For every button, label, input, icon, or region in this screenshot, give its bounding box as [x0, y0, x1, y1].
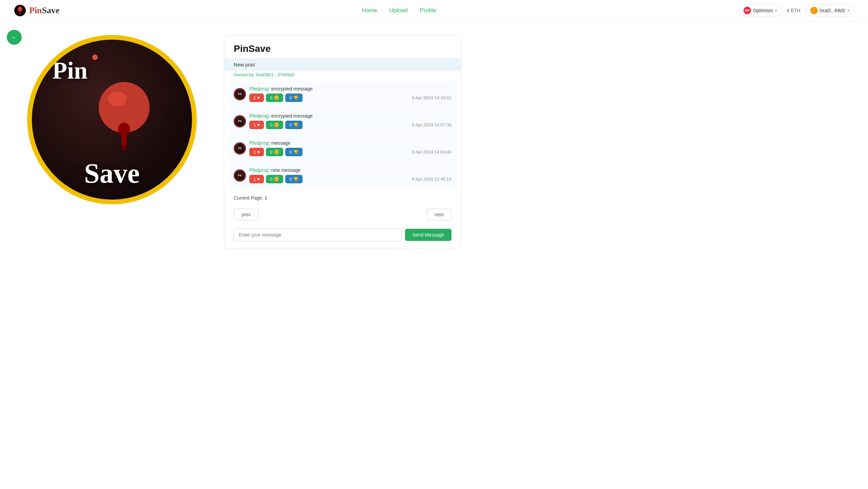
message-actions: 1 ♥ 0 😊 0 👎 9 Apr 2024 14:07:30: [249, 121, 451, 129]
message-timestamp: 9 Apr 2024 14:10:01: [412, 95, 451, 100]
pagination-area: Current Page: 1: [224, 190, 461, 206]
image-section: Pin Save: [27, 35, 197, 204]
like-button[interactable]: 1 ♥: [249, 148, 264, 156]
emoji-button[interactable]: 0 😊: [266, 94, 283, 102]
message-timestamp: 9 Apr 2024 12:45:14: [412, 177, 451, 182]
chat-panel: PinSave New post Owned by: 0xaD851...374…: [224, 35, 461, 248]
message-content: Pfedprog: new message 1 ♥ 0 😊 0 👎 9 Apr …: [249, 167, 451, 183]
message-actions: 1 ♥ 0 😊 0 👎 9 Apr 2024 12:45:14: [249, 175, 451, 183]
address-icon: [810, 7, 818, 14]
dislike-button[interactable]: 0 👎: [285, 121, 303, 129]
svg-rect-3: [20, 12, 20, 15]
svg-point-2: [19, 7, 21, 10]
prev-button[interactable]: prev: [234, 209, 258, 220]
emoji-button[interactable]: 0 😊: [266, 175, 283, 183]
message-author: Pfedprog: [249, 113, 269, 119]
dislike-button[interactable]: 0 👎: [285, 94, 303, 102]
message-author: Pfedprog: [249, 86, 269, 91]
message-content: Pfedprog: message 1 ♥ 0 😊 0 👎 9 Apr 2024…: [249, 140, 451, 156]
message-body: encrypted message: [271, 86, 313, 91]
send-message-button[interactable]: Send Message: [405, 229, 451, 241]
message-row: PS Pfedprog: new message 1 ♥ 0 😊 0 👎 9 A…: [228, 163, 457, 188]
message-author: Pfedprog: [249, 167, 269, 173]
avatar: PS: [234, 169, 246, 182]
address-chevron-icon: ▾: [847, 8, 849, 13]
message-input[interactable]: [234, 228, 402, 241]
message-body: encrypted message: [271, 113, 313, 119]
avatar-inner: PS: [234, 143, 246, 154]
message-content: Pfedprog: encrypted message 1 ♥ 0 😊 0 👎 …: [249, 113, 451, 129]
wallet-area: OP Optimism ▾ 0 ETH 0xaD...69d2 ▾: [738, 4, 854, 17]
nav-profile[interactable]: Profile: [420, 7, 436, 14]
message-input-area: Send Message: [224, 223, 461, 248]
main-nav: Home Upload Profile: [362, 7, 436, 14]
message-actions: 1 ♥ 0 😊 0 👎 9 Apr 2024 14:03:40: [249, 148, 451, 156]
svg-point-8: [122, 146, 127, 150]
eth-balance: 0 ETH: [785, 8, 803, 13]
circle-image-inner: Pin Save: [32, 40, 192, 200]
pushpin-icon: [94, 77, 155, 151]
message-timestamp: 9 Apr 2024 14:03:40: [412, 149, 451, 155]
messages-list: PS Pfedprog: encrypted message 1 ♥ 0 😊 0…: [224, 81, 461, 188]
header: PinSave Home Upload Profile OP Optimism …: [0, 0, 868, 21]
new-post-label: New post: [234, 62, 255, 67]
message-row: PS Pfedprog: message 1 ♥ 0 😊 0 👎 9 Apr 2…: [228, 136, 457, 161]
message-row: PS Pfedprog: encrypted message 1 ♥ 0 😊 0…: [228, 108, 457, 134]
save-word: Save: [84, 158, 140, 189]
like-button[interactable]: 1 ♥: [249, 121, 264, 129]
avatar: PS: [234, 142, 246, 155]
avatar-inner: PS: [234, 116, 246, 127]
message-body: message: [271, 140, 291, 146]
logo-icon: [14, 4, 26, 17]
avatar: PS: [234, 88, 246, 100]
page-nav: prev next: [224, 206, 461, 223]
logo-text: PinSave: [29, 5, 60, 16]
dislike-button[interactable]: 0 👎: [285, 175, 303, 183]
message-author: Pfedprog: [249, 140, 269, 146]
emoji-button[interactable]: 0 😊: [266, 148, 283, 156]
pin-word: Pin: [52, 57, 88, 85]
address-button[interactable]: 0xaD...69d2 ▾: [805, 4, 855, 17]
message-body: new message: [271, 167, 301, 173]
logo: PinSave: [14, 4, 60, 17]
message-content: Pfedprog: encrypted message 1 ♥ 0 😊 0 👎 …: [249, 86, 451, 102]
nav-upload[interactable]: Upload: [389, 7, 408, 14]
current-page: Current Page: 1: [234, 195, 267, 201]
dislike-button[interactable]: 0 👎: [285, 148, 303, 156]
back-button[interactable]: ←: [7, 30, 22, 45]
message-text: Pfedprog: message: [249, 140, 451, 146]
message-text: Pfedprog: encrypted message: [249, 113, 451, 119]
chat-title: PinSave: [224, 35, 461, 58]
svg-point-5: [108, 91, 127, 106]
avatar-inner: PS: [234, 88, 246, 100]
next-button[interactable]: next: [427, 209, 451, 220]
message-text: Pfedprog: encrypted message: [249, 86, 451, 91]
avatar: PS: [234, 115, 246, 127]
nav-home[interactable]: Home: [362, 7, 377, 14]
wallet-address: 0xaD...69d2: [820, 8, 846, 13]
like-button[interactable]: 1 ♥: [249, 94, 264, 102]
avatar-inner: PS: [234, 170, 246, 181]
chain-chevron-icon: ▾: [775, 8, 777, 13]
svg-rect-7: [122, 129, 127, 148]
owned-by: Owned by: 0xaD851...37469d2: [224, 71, 461, 80]
message-row: PS Pfedprog: encrypted message 1 ♥ 0 😊 0…: [228, 81, 457, 107]
chain-icon: OP: [744, 7, 751, 14]
message-text: Pfedprog: new message: [249, 167, 451, 173]
like-button[interactable]: 1 ♥: [249, 175, 264, 183]
chain-name: Optimism: [753, 8, 773, 13]
emoji-button[interactable]: 0 😊: [266, 121, 283, 129]
message-timestamp: 9 Apr 2024 14:07:30: [412, 122, 451, 127]
pin-save-logo-image: Pin Save: [27, 35, 197, 204]
main-content: Pin Save PinSave New p: [0, 21, 868, 262]
chain-button[interactable]: OP Optimism ▾: [738, 4, 782, 17]
new-post-bar: New post: [224, 58, 461, 71]
message-actions: 1 ♥ 0 😊 0 👎 9 Apr 2024 14:10:01: [249, 94, 451, 102]
pin-dot: [92, 55, 98, 60]
